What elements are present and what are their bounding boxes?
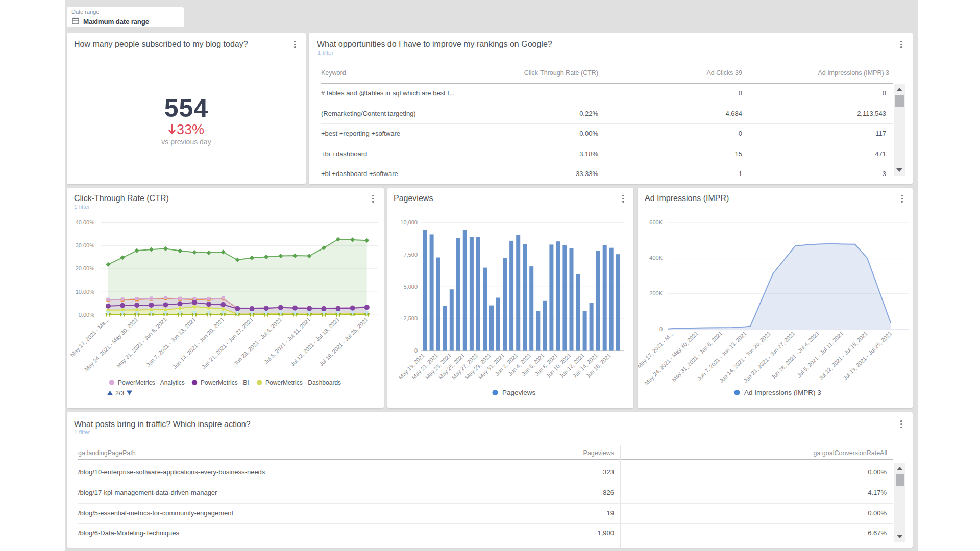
svg-text:200K: 200K — [649, 290, 663, 296]
svg-text:PowerMetrics - BI: PowerMetrics - BI — [201, 379, 249, 386]
svg-text:Jun 14, 2021 - Jun 20, 2021: Jun 14, 2021 - Jun 20, 2021 — [172, 316, 225, 370]
svg-text:Jun 28, 2021 - Jul 4, 2021: Jun 28, 2021 - Jul 4, 2021 — [770, 330, 820, 380]
svg-text:Jun 21, 2021 - Jun 27, 2021: Jun 21, 2021 - Jun 27, 2021 — [201, 316, 254, 370]
svg-text:10,000: 10,000 — [400, 219, 418, 226]
svg-text:5,000: 5,000 — [403, 284, 418, 290]
svg-text:Jul 19, 2021 - Jul 25, 2021: Jul 19, 2021 - Jul 25, 2021 — [842, 330, 893, 381]
svg-text:7,500: 7,500 — [403, 252, 418, 258]
svg-text:600K: 600K — [649, 219, 663, 226]
svg-text:30.00%: 30.00% — [76, 242, 95, 248]
svg-text:Jul 12, 2021 - Jul 18, 2021: Jul 12, 2021 - Jul 18, 2021 — [818, 330, 869, 381]
svg-text:May 31, 2021 - Jun 6, 2021: May 31, 2021 - Jun 6, 2021 — [115, 316, 168, 369]
svg-text:40.00%: 40.00% — [76, 219, 95, 226]
svg-text:Jun 28, 2021 - Jul 4, 2021: Jun 28, 2021 - Jul 4, 2021 — [233, 316, 283, 366]
svg-text:10.00%: 10.00% — [76, 289, 95, 295]
svg-text:Jul 5, 2021 - Jul 11, 2021: Jul 5, 2021 - Jul 11, 2021 — [263, 316, 311, 365]
svg-text:0.00%: 0.00% — [79, 312, 94, 318]
svg-text:Ad Impressions (IMPR) 3: Ad Impressions (IMPR) 3 — [744, 389, 821, 396]
svg-text:Jun 14, 2021 - Jun 20, 2021: Jun 14, 2021 - Jun 20, 2021 — [718, 330, 772, 384]
svg-text:0: 0 — [659, 326, 663, 332]
svg-text:2,500: 2,500 — [403, 315, 418, 321]
svg-text:Jun 7, 2021 - Jun 13, 2021: Jun 7, 2021 - Jun 13, 2021 — [696, 330, 748, 382]
svg-text:Pageviews: Pageviews — [502, 389, 536, 396]
svg-text:Jul 19, 2021 - Jul 25, 2021: Jul 19, 2021 - Jul 25, 2021 — [318, 316, 369, 367]
svg-text:Jul 5, 2021 - Jul 11, 2021: Jul 5, 2021 - Jul 11, 2021 — [796, 330, 844, 379]
svg-text:2/3: 2/3 — [115, 390, 124, 397]
svg-text:May 31, 2021 - Jun 6, 2021: May 31, 2021 - Jun 6, 2021 — [671, 330, 723, 383]
svg-text:PowerMetrics - Dashboards: PowerMetrics - Dashboards — [265, 379, 341, 386]
svg-text:PowerMetrics - Analytics: PowerMetrics - Analytics — [118, 379, 185, 386]
svg-text:20.00%: 20.00% — [76, 265, 95, 271]
svg-text:400K: 400K — [649, 255, 663, 261]
svg-text:May 24, 2021 - May 30, 2021: May 24, 2021 - May 30, 2021 — [83, 316, 139, 372]
svg-text:Jun 21, 2021 - Jun 27, 2021: Jun 21, 2021 - Jun 27, 2021 — [742, 330, 796, 384]
svg-text:0: 0 — [414, 347, 418, 354]
svg-text:Jul 12, 2021 - Jul 18, 2021: Jul 12, 2021 - Jul 18, 2021 — [289, 316, 340, 367]
svg-text:Jun 7, 2021 - Jun 13, 2021: Jun 7, 2021 - Jun 13, 2021 — [145, 316, 197, 368]
